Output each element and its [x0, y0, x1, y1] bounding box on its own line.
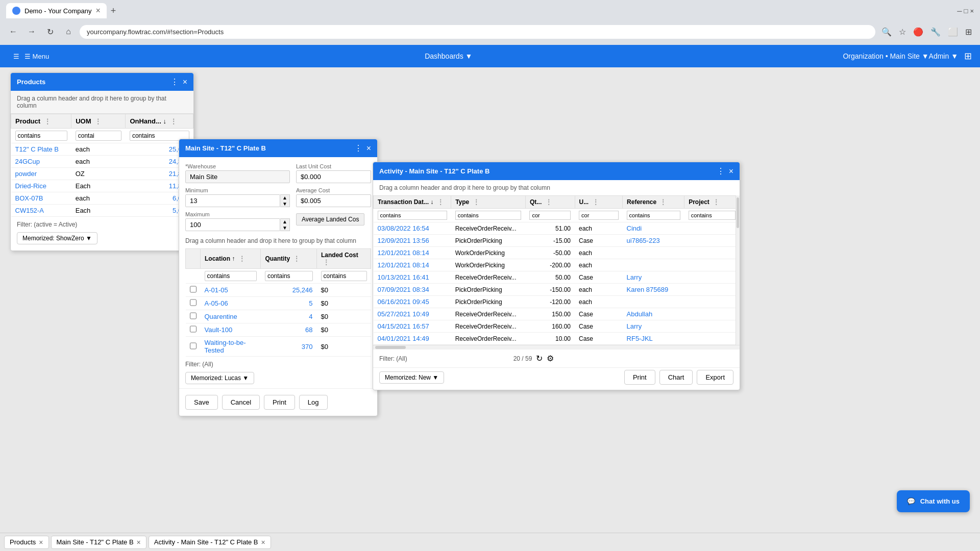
product-link[interactable]: BOX-07B: [15, 194, 43, 202]
maximum-down-btn[interactable]: ▼: [280, 225, 289, 231]
location-checkbox[interactable]: [190, 312, 197, 319]
project-col-menu[interactable]: ⋮: [713, 198, 719, 206]
dashboards-btn[interactable]: Dashboards ▼: [419, 49, 478, 63]
products-panel-close-btn[interactable]: ×: [183, 78, 187, 87]
date-link[interactable]: 03/08/2022 16:54: [378, 224, 429, 232]
location-link[interactable]: A-01-05: [205, 286, 228, 294]
mainsite-memorized-btn[interactable]: Memorized: Lucas ▼: [185, 372, 254, 384]
print-btn[interactable]: Print: [264, 395, 295, 410]
location-col-cost[interactable]: Landed Cost ⋮: [317, 249, 371, 269]
ext-btn4[interactable]: ⊞: [963, 25, 974, 39]
cancel-btn[interactable]: Cancel: [222, 395, 260, 410]
qty-link[interactable]: 5: [309, 299, 312, 307]
refresh-btn[interactable]: ↻: [43, 24, 57, 39]
ext-btn2[interactable]: 🔧: [928, 25, 943, 39]
maximum-up-btn[interactable]: ▲: [280, 219, 289, 225]
uom-act-col-menu[interactable]: ⋮: [593, 198, 599, 206]
product-link[interactable]: powder: [15, 170, 37, 178]
activity-refresh-btn[interactable]: ↻: [536, 354, 543, 363]
minimum-down-btn[interactable]: ▼: [280, 201, 289, 207]
activity-col-uom[interactable]: U... ⋮: [575, 196, 623, 209]
product-link[interactable]: Dried-Rice: [15, 182, 46, 190]
minimum-up-btn[interactable]: ▲: [280, 195, 289, 201]
tab-close-btn[interactable]: ×: [96, 6, 101, 15]
location-link[interactable]: A-05-06: [205, 299, 228, 307]
zoom-btn[interactable]: 🔍: [879, 25, 894, 39]
mainsite-panel-close-btn[interactable]: ×: [366, 144, 371, 153]
bottom-tab-activity[interactable]: Activity - Main Site - T12" C Plate B ×: [149, 536, 271, 549]
new-tab-btn[interactable]: +: [107, 4, 120, 18]
uom-act-filter[interactable]: [579, 211, 619, 220]
save-btn[interactable]: Save: [185, 395, 218, 410]
type-filter[interactable]: [455, 211, 522, 220]
type-col-menu[interactable]: ⋮: [473, 198, 479, 206]
location-checkbox[interactable]: [190, 299, 197, 306]
product-filter[interactable]: [15, 131, 67, 141]
url-bar[interactable]: [80, 25, 875, 39]
products-col-product[interactable]: Product ⋮: [11, 114, 71, 129]
qty-filter[interactable]: [265, 271, 313, 281]
maximize-btn[interactable]: □: [964, 7, 968, 15]
date-link[interactable]: 12/09/2021 13:56: [378, 237, 429, 244]
date-link[interactable]: 04/01/2021 14:49: [378, 335, 429, 342]
mainsite-panel-menu-btn[interactable]: ⋮: [354, 143, 362, 153]
ref-link[interactable]: Abdullah: [627, 310, 653, 318]
back-btn[interactable]: ←: [6, 24, 20, 39]
avg-landed-btn[interactable]: Average Landed Cos: [296, 213, 365, 226]
forward-btn[interactable]: →: [24, 24, 39, 39]
uom-filter[interactable]: [76, 131, 121, 141]
ref-link[interactable]: ui7865-223: [627, 237, 660, 244]
ref-link[interactable]: Larry: [627, 322, 642, 330]
product-col-menu[interactable]: ⋮: [44, 118, 51, 125]
location-link[interactable]: Quarentine: [205, 313, 237, 320]
actqty-col-menu[interactable]: ⋮: [546, 198, 552, 206]
date-filter[interactable]: [378, 211, 447, 220]
ref-link[interactable]: Cindi: [627, 224, 642, 232]
uom-col-menu[interactable]: ⋮: [95, 118, 101, 125]
location-checkbox[interactable]: [190, 342, 197, 349]
date-col-menu[interactable]: ⋮: [437, 198, 444, 206]
ext-btn1[interactable]: 🔴: [911, 25, 925, 39]
products-col-uom[interactable]: UOM ⋮: [71, 114, 126, 129]
activity-panel-close-btn[interactable]: ×: [729, 167, 733, 176]
grid-icon[interactable]: ⊞: [964, 51, 972, 62]
qty-link[interactable]: 370: [302, 343, 313, 350]
onhand-col-menu[interactable]: ⋮: [170, 118, 177, 125]
activity-export-btn[interactable]: Export: [697, 370, 733, 385]
location-link[interactable]: Waiting-to-be-Tested: [205, 339, 246, 354]
location-col-menu[interactable]: ⋮: [239, 255, 245, 262]
warehouse-input[interactable]: [185, 170, 290, 183]
qty-col-menu[interactable]: ⋮: [293, 255, 300, 262]
date-link[interactable]: 12/01/2021 08:14: [378, 261, 429, 269]
maximum-input[interactable]: [185, 218, 280, 231]
home-btn[interactable]: ⌂: [61, 24, 76, 39]
bottom-tab-products-close[interactable]: ×: [39, 538, 43, 546]
qty-link[interactable]: 25,246: [292, 286, 313, 294]
product-link[interactable]: T12" C Plate B: [15, 145, 59, 153]
log-btn[interactable]: Log: [299, 395, 328, 410]
activity-col-ref[interactable]: Reference ⋮: [623, 196, 684, 209]
activity-col-project[interactable]: Project ⋮: [684, 196, 740, 209]
qty-act-filter[interactable]: [529, 211, 571, 220]
ref-filter[interactable]: [627, 211, 680, 220]
bottom-tab-mainsite[interactable]: Main Site - T12" C Plate B ×: [51, 536, 146, 549]
activity-col-qty[interactable]: Qt... ⋮: [525, 196, 575, 209]
activity-chart-btn[interactable]: Chart: [659, 370, 693, 385]
ref-col-menu[interactable]: ⋮: [660, 198, 666, 206]
date-link[interactable]: 10/13/2021 16:41: [378, 273, 429, 281]
bottom-tab-activity-close[interactable]: ×: [261, 538, 265, 546]
activity-settings-btn[interactable]: ⚙: [547, 354, 554, 363]
minimize-btn[interactable]: ─: [957, 7, 962, 15]
admin-btn[interactable]: Admin ▼: [929, 52, 958, 60]
date-link[interactable]: 07/09/2021 08:34: [378, 286, 429, 293]
ref-link[interactable]: RF5-JKL: [627, 335, 653, 342]
close-window-btn[interactable]: ×: [970, 7, 974, 15]
minimum-input[interactable]: [185, 194, 280, 207]
menu-button[interactable]: ☰ ☰ Menu: [8, 49, 54, 63]
location-checkbox[interactable]: [190, 325, 197, 333]
location-link[interactable]: Vault-100: [205, 326, 233, 334]
location-checkbox[interactable]: [190, 286, 197, 293]
product-link[interactable]: CW152-A: [15, 207, 44, 214]
ref-link[interactable]: Larry: [627, 273, 642, 281]
qty-link[interactable]: 4: [309, 313, 312, 320]
